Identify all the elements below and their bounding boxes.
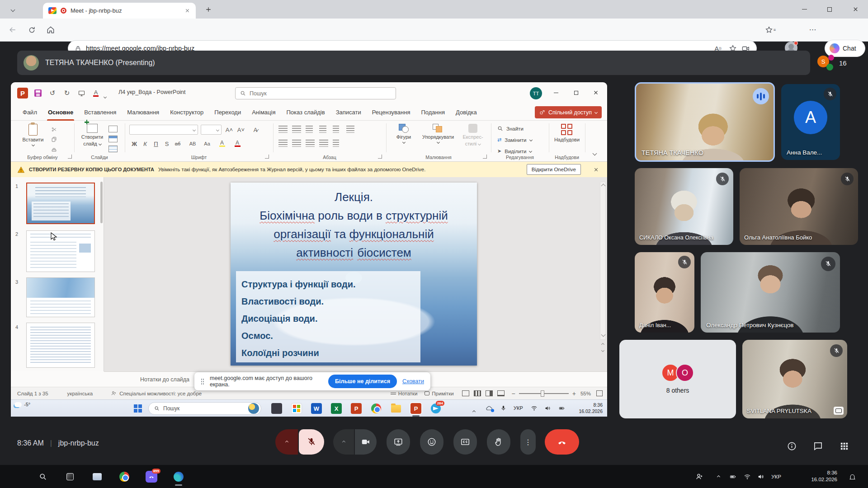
zoom-level[interactable]: 55% (580, 391, 591, 396)
zoom-in-icon[interactable]: + (572, 390, 576, 397)
grow-font-icon[interactable]: A˄ (224, 125, 234, 135)
tile-anna[interactable]: А Анна Вале... (781, 84, 840, 160)
font-color-icon[interactable]: A (90, 88, 101, 99)
paragraph-dialog-launcher[interactable] (378, 155, 382, 159)
slide-thumbnail-3[interactable] (26, 277, 95, 317)
inner-wifi-icon[interactable] (531, 405, 538, 412)
accessibility-status[interactable]: Спеціальні можливості: усе добре (111, 390, 202, 396)
inner-battery-icon[interactable] (558, 405, 566, 411)
tile-svitlana[interactable]: SVITLANA PRYLUTSKA (742, 340, 847, 418)
tile-tetyana[interactable]: ТЕТЯНА ТКАЧЕНКО (635, 82, 775, 162)
inner-language[interactable]: УКР (514, 405, 523, 411)
tray-battery-icon[interactable] (727, 471, 739, 483)
present-button[interactable] (387, 429, 410, 455)
zoom-slider-knob[interactable] (541, 390, 544, 397)
align-right-icon[interactable] (306, 140, 315, 147)
taskbar-viber-icon[interactable]: 855 (146, 471, 157, 483)
camera-switch-icon[interactable] (834, 407, 844, 415)
inner-onedrive-icon[interactable] (486, 405, 493, 412)
mic-toggle-button[interactable] (299, 429, 324, 455)
taskbar-language[interactable]: УКР (769, 471, 784, 483)
ppt-minimize-button[interactable] (546, 82, 566, 103)
tile-others[interactable]: M O 8 others (619, 340, 736, 418)
replace-button[interactable]: ⇄Замінити (497, 137, 532, 143)
taskbar-edge-icon[interactable] (173, 471, 184, 483)
app-icon-chrome[interactable] (371, 403, 382, 414)
tab-file[interactable]: Файл (17, 104, 42, 121)
strikethrough-icon[interactable]: аб (172, 139, 184, 149)
slide-sorter-icon[interactable] (474, 390, 481, 396)
weather-widget[interactable]: -5° (14, 402, 30, 407)
normal-view-icon[interactable] (462, 390, 469, 396)
app-icon-file-explorer[interactable] (391, 403, 401, 414)
drawing-dialog-launcher[interactable] (483, 155, 487, 159)
clipboard-dialog-launcher[interactable] (68, 155, 72, 159)
app-icon-store[interactable] (291, 403, 302, 414)
participant-count[interactable]: S 16 (816, 52, 863, 74)
clear-format-icon[interactable]: A̷ (250, 125, 260, 135)
increase-indent-icon[interactable] (319, 126, 326, 133)
columns-icon[interactable] (333, 140, 339, 147)
taskbar-search-icon[interactable] (37, 471, 49, 483)
inner-tray-chevron-icon[interactable] (473, 407, 475, 415)
inner-search-box[interactable]: Пошук (148, 402, 261, 415)
format-painter-icon[interactable] (50, 145, 58, 153)
camera-toggle-button[interactable] (355, 429, 377, 455)
taskbar-chrome-icon[interactable] (118, 471, 130, 483)
cut-icon[interactable] (50, 126, 58, 133)
more-options-button[interactable]: ⋮ (520, 429, 536, 455)
inner-clock[interactable]: 8:36 16.02.2026 (579, 402, 603, 414)
shapes-button[interactable]: Фігури (392, 124, 416, 143)
highlight-color-icon[interactable]: A (217, 139, 227, 149)
taskbar-clock[interactable]: 8:36 16.02.2026 (797, 469, 837, 483)
tab-design[interactable]: Конструктор (165, 104, 209, 121)
app-icon-word[interactable]: W (311, 403, 322, 414)
notes-toggle[interactable]: Нотатки (391, 391, 417, 396)
underline-icon[interactable]: П (151, 139, 161, 149)
tab-search-button[interactable] (6, 4, 19, 15)
quick-styles-button[interactable]: Експрес- стилі (460, 124, 486, 146)
bold-icon[interactable]: Ж (129, 139, 139, 149)
favorites-bar-icon[interactable]: ≡ (764, 23, 777, 36)
slide-thumbnail-4[interactable] (26, 323, 95, 368)
select-button[interactable]: ➤Виділити (497, 148, 532, 154)
change-case-icon[interactable]: Аа (201, 139, 213, 149)
italic-icon[interactable]: К (140, 139, 150, 149)
tab-draw[interactable]: Малювання (122, 104, 165, 121)
camera-options-button[interactable] (333, 429, 354, 455)
canvas-scrollbar[interactable] (600, 182, 606, 340)
reload-icon[interactable] (25, 23, 38, 36)
tray-chevron-icon[interactable] (712, 471, 724, 483)
new-tab-button[interactable] (202, 4, 215, 15)
quick-access-dropdown-icon[interactable] (104, 92, 106, 100)
font-name-select[interactable] (129, 125, 198, 135)
redo-icon[interactable]: ↻ (61, 88, 72, 99)
reading-view-icon[interactable] (486, 390, 493, 396)
tab-slideshow[interactable]: Показ слайдів (281, 104, 330, 121)
task-view-icon[interactable] (64, 471, 76, 483)
tab-close-icon[interactable] (184, 8, 190, 14)
back-icon[interactable] (6, 23, 19, 36)
new-slide-button[interactable]: Створити слайд (79, 124, 106, 146)
paste-button[interactable]: Вставити (21, 124, 45, 146)
start-button[interactable] (9, 473, 21, 484)
account-avatar[interactable]: ТТ (530, 87, 542, 99)
font-size-select[interactable] (201, 125, 222, 135)
slide-layout-icon[interactable] (108, 126, 118, 132)
slide-section-icon[interactable] (108, 145, 118, 152)
tile-olha[interactable]: Ольга Анатоліївна Бойко (740, 168, 858, 245)
tab-transitions[interactable]: Переходи (209, 104, 246, 121)
reset-slide-icon[interactable] (108, 136, 118, 142)
tab-home[interactable]: Основне (42, 104, 79, 121)
char-spacing-icon[interactable]: АВ (186, 139, 199, 149)
slide-nav-buttons[interactable] (600, 343, 606, 363)
line-spacing-icon[interactable] (333, 126, 339, 133)
slide[interactable]: Лекція. Біохімічна роль води в структурн… (231, 183, 477, 366)
ppt-close-button[interactable] (586, 82, 606, 103)
tab-review[interactable]: Рецензування (367, 104, 416, 121)
thumbnail-scrollbar[interactable] (100, 182, 103, 223)
arrange-button[interactable]: Упорядкувати (419, 124, 458, 143)
undo-icon[interactable]: ↺ (47, 88, 58, 99)
tray-people-icon[interactable] (693, 471, 705, 483)
addins-button[interactable]: Надбудови (552, 124, 581, 142)
